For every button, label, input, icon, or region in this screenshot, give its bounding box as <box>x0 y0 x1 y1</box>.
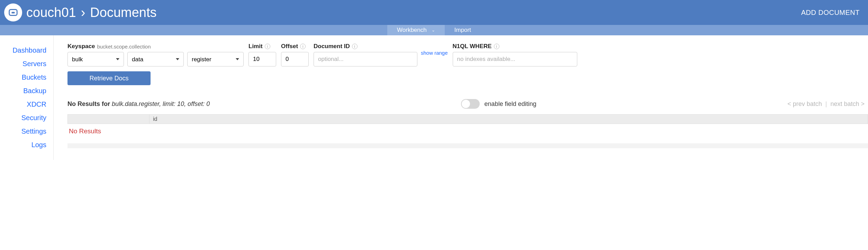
status-prefix: No Results for <box>67 100 112 107</box>
results-table: id No Results <box>67 114 868 148</box>
empty-bar <box>67 143 868 148</box>
couchbase-icon <box>8 7 18 18</box>
info-icon[interactable]: i <box>300 44 306 49</box>
add-document-button[interactable]: ADD DOCUMENT <box>801 9 860 17</box>
sidebar-item-dashboard[interactable]: Dashboard <box>0 44 46 57</box>
info-icon[interactable]: i <box>265 44 270 49</box>
bucket-select[interactable]: bulk <box>67 52 124 66</box>
scope-select[interactable]: data <box>127 52 184 66</box>
sidebar-item-servers[interactable]: Servers <box>0 57 46 71</box>
no-results-text: No Results <box>67 124 868 139</box>
section-title: Documents <box>90 5 156 20</box>
docid-label: Document ID <box>314 43 350 50</box>
info-icon[interactable]: i <box>494 44 499 49</box>
query-controls: Keyspace bucket.scope.collection bulk da… <box>67 43 868 66</box>
tab-workbench-label: Workbench <box>397 27 427 34</box>
sidebar-item-backup[interactable]: Backup <box>0 84 46 98</box>
tab-workbench[interactable]: Workbench ⌄ <box>387 25 445 35</box>
n1ql-where-input[interactable] <box>453 52 577 66</box>
sidebar-item-logs[interactable]: Logs <box>0 138 46 152</box>
subnav: Workbench ⌄ Import <box>0 25 868 35</box>
sidebar-item-security[interactable]: Security <box>0 111 46 125</box>
sidebar-item-buckets[interactable]: Buckets <box>0 71 46 84</box>
cluster-name[interactable]: couch01 <box>26 5 76 20</box>
offset-label: Offset <box>281 43 298 50</box>
sidebar: Dashboard Servers Buckets Backup XDCR Se… <box>0 35 54 160</box>
status-detail: bulk.data.register, limit: 10, offset: 0 <box>112 100 210 107</box>
field-editing-toggle[interactable] <box>461 99 480 109</box>
main-content: Keyspace bucket.scope.collection bulk da… <box>54 35 868 160</box>
keyspace-hint: bucket.scope.collection <box>97 44 151 50</box>
n1ql-label: N1QL WHERE <box>453 43 492 50</box>
next-batch-link[interactable]: next batch > <box>830 100 865 108</box>
limit-input[interactable] <box>248 52 276 66</box>
chevron-down-icon: ⌄ <box>432 28 435 33</box>
toggle-knob <box>462 100 470 108</box>
couchbase-logo <box>4 3 22 21</box>
separator: | <box>825 100 827 108</box>
keyspace-label: Keyspace <box>67 43 95 50</box>
chevron-right-icon: › <box>81 5 85 20</box>
retrieve-docs-button[interactable]: Retrieve Docs <box>67 71 151 85</box>
show-range-link[interactable]: show range <box>421 50 448 56</box>
prev-batch-link[interactable]: < prev batch <box>787 100 822 108</box>
svg-rect-0 <box>11 12 15 14</box>
status-row: No Results for bulk.data.register, limit… <box>67 99 868 109</box>
header-bar: couch01 › Documents ADD DOCUMENT <box>0 0 868 25</box>
sidebar-item-settings[interactable]: Settings <box>0 125 46 138</box>
column-spacer <box>68 115 150 124</box>
sidebar-item-xdcr[interactable]: XDCR <box>0 98 46 111</box>
offset-input[interactable] <box>281 52 309 66</box>
table-header: id <box>67 114 868 124</box>
collection-select[interactable]: register <box>187 52 244 66</box>
info-icon[interactable]: i <box>352 44 358 49</box>
tab-import-label: Import <box>454 27 471 34</box>
column-id: id <box>150 116 161 122</box>
tab-import[interactable]: Import <box>445 25 481 35</box>
breadcrumb: couch01 › Documents <box>26 5 157 20</box>
limit-label: Limit <box>248 43 263 50</box>
document-id-input[interactable] <box>314 52 417 66</box>
field-editing-label: enable field editing <box>485 100 536 108</box>
